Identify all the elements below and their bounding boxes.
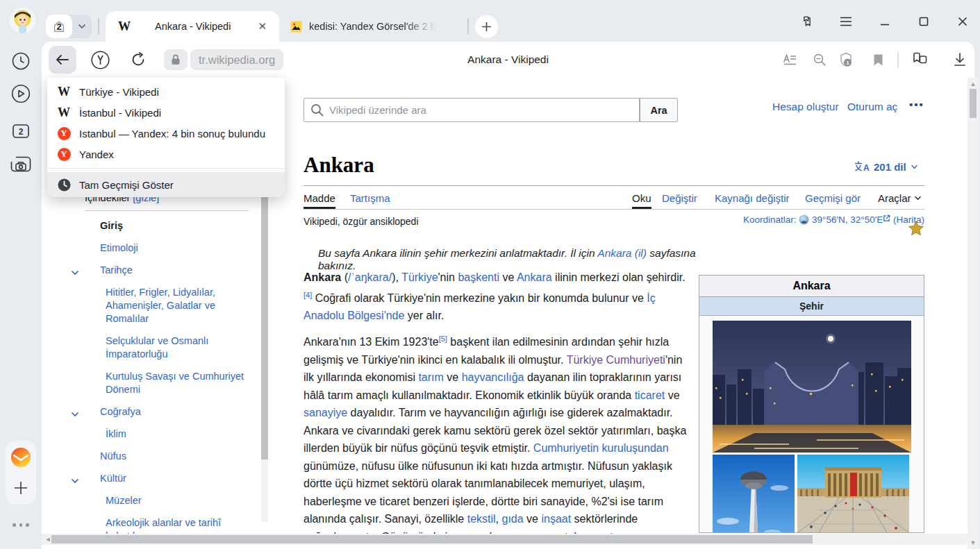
tabs-panel-button[interactable]: 2 (10, 120, 32, 142)
toc-scrollbar-thumb[interactable] (261, 190, 268, 459)
add-widget-button[interactable] (10, 477, 32, 499)
browser-window: 2 W Ankara - Vikipedi ✕ kedisi: Yandex G… (0, 0, 980, 549)
toolbar-separator (897, 52, 899, 67)
shield-badge-count: 1 (846, 60, 849, 66)
title-divider (304, 185, 924, 186)
left-sidebar: 2 (0, 42, 42, 549)
horizontal-scrollbar[interactable]: ◄ (42, 534, 968, 545)
scroll-up-arrow-icon[interactable]: ▲ (967, 81, 979, 87)
toc-divider (85, 210, 249, 211)
menu-hamburger-button[interactable] (838, 13, 854, 30)
history-item-yandex[interactable]: Y Yandex (47, 144, 285, 164)
infobox-type: Şehir (699, 297, 924, 316)
toc-item-hititler[interactable]: Hititler, Frigler, Lidyalılar, Ahamenişl… (85, 286, 255, 326)
wikipedia-favicon-icon: W (57, 105, 71, 119)
tab-close-icon[interactable]: ✕ (255, 19, 269, 34)
vertical-scrollbar[interactable]: ▲ ▼ (967, 78, 979, 549)
table-of-contents: İçindekiler [gizle] Giriş Etimoloji Tari… (85, 192, 272, 549)
address-bar[interactable]: tr.wikipedia.org (190, 49, 283, 70)
bookmark-page-button[interactable] (870, 51, 886, 68)
horizontal-scrollbar-thumb[interactable] (51, 535, 813, 543)
wikipedia-favicon-icon: W (118, 20, 131, 33)
tab-edit-source[interactable]: Kaynağı değiştir (715, 192, 790, 204)
toc-item-kultur[interactable]: Kültür (85, 472, 272, 485)
window-close-button[interactable] (954, 13, 971, 30)
coordinates-label[interactable]: Koordinatlar: (743, 214, 797, 225)
protect-shield-button[interactable]: 1 (838, 51, 854, 68)
history-item-turkiye[interactable]: W Türkiye - Vikipedi (47, 81, 285, 102)
svg-text:A: A (863, 163, 870, 173)
toc-scrollbar[interactable] (261, 190, 268, 522)
media-play-button[interactable] (10, 83, 32, 105)
history-button[interactable] (10, 50, 32, 72)
toc-item-giris[interactable]: Giriş (85, 219, 272, 233)
history-item-istanbul-wiki[interactable]: W İstanbul - Vikipedi (47, 102, 285, 123)
side-panel-bookmark-button[interactable] (799, 13, 815, 30)
chevron-down-icon[interactable] (71, 407, 79, 421)
tab-talk[interactable]: Tartışma (350, 192, 390, 204)
sidebar-apps-container (6, 441, 36, 505)
create-account-link[interactable]: Hesap oluştur (772, 101, 839, 113)
reader-mode-button[interactable] (781, 51, 798, 68)
url-text: tr.wikipedia.org (199, 53, 275, 67)
toc-item-cografya[interactable]: Coğrafya (85, 405, 272, 419)
window-maximize-button[interactable] (915, 13, 932, 30)
language-selector[interactable]: A 201 dil (854, 161, 918, 173)
site-security-lock-button[interactable] (164, 49, 188, 70)
tab-read[interactable]: Oku (632, 192, 651, 204)
new-tab-button[interactable] (475, 15, 498, 38)
wiki-search-box (304, 98, 640, 122)
toc-item-etimoloji[interactable]: Etimoloji (85, 242, 272, 255)
infobox-title: Ankara (699, 276, 924, 297)
sidebar-more-button[interactable] (13, 523, 29, 527)
search-icon (310, 103, 324, 119)
history-item-istanbul-yandex[interactable]: Y Istanbul — Yandex: 4 bin sonuç bulundu (47, 123, 285, 144)
search-button[interactable]: Ara (640, 98, 678, 122)
toc-item-tarihce[interactable]: Tarihçe (85, 264, 272, 277)
yandex-services-button[interactable] (90, 50, 110, 69)
toc-item-selcuklular[interactable]: Selçuklular ve Osmanlı İmparatorluğu (85, 335, 255, 361)
search-input[interactable] (304, 99, 639, 121)
languages-icon: A (854, 161, 870, 173)
coordinates-line: Koordinatlar: 39°56′N, 32°50′E (Harita) (472, 214, 924, 227)
toc-item-kurtulus[interactable]: Kurtuluş Savaşı ve Cumhuriyet Dönemi (85, 370, 255, 396)
tab-tools[interactable]: Araçlar (878, 192, 922, 204)
tab-counter-shape: 2 (46, 15, 72, 38)
yandex-mail-button[interactable] (10, 446, 32, 468)
tab-view-history[interactable]: Geçmişi gör (805, 192, 861, 204)
toc-item-iklim[interactable]: İklim (85, 428, 255, 441)
history-dropdown-menu: W Türkiye - Vikipedi W İstanbul - Vikipe… (47, 78, 285, 197)
atakule-tower-photo[interactable] (713, 455, 795, 533)
chevron-down-icon[interactable] (71, 474, 79, 487)
anitkabir-photo[interactable] (797, 455, 909, 533)
sign-in-link[interactable]: Oturum aç (847, 101, 897, 113)
chevron-down-icon[interactable] (71, 266, 79, 279)
tab-counter-button[interactable]: 2 (46, 15, 92, 38)
downloads-button[interactable] (952, 51, 968, 68)
ankara-night-skyline-photo[interactable] (713, 321, 911, 453)
toc-item-muzeler[interactable]: Müzeler (85, 494, 255, 507)
coordinates-value[interactable]: 39°56′N, 32°50′E (812, 214, 883, 225)
reload-button[interactable] (129, 51, 147, 69)
tab-ankara-vikipedi[interactable]: W Ankara - Vikipedi ✕ (106, 11, 279, 42)
more-options-icon[interactable]: ••• (909, 99, 924, 110)
tab-edit[interactable]: Değiştir (662, 192, 697, 204)
toolbar: tr.wikipedia.org Ankara - Vikipedi 1 (42, 42, 974, 78)
show-full-history-item[interactable]: Tam Geçmişi Göster (47, 172, 285, 197)
infobox-images (699, 316, 924, 533)
clock-icon (57, 178, 71, 192)
external-link-icon (883, 214, 890, 222)
window-minimize-button[interactable] (877, 13, 893, 30)
toc-item-nufus[interactable]: Nüfus (85, 450, 272, 463)
scroll-down-arrow-icon[interactable]: ▼ (967, 539, 979, 546)
titlebar: 2 W Ankara - Vikipedi ✕ kedisi: Yandex G… (0, 0, 980, 42)
collections-button[interactable] (911, 51, 928, 68)
screenshot-button[interactable] (10, 153, 32, 175)
back-button[interactable] (49, 46, 76, 74)
vertical-scrollbar-thumb[interactable] (970, 89, 977, 118)
tab-article[interactable]: Madde (304, 192, 335, 204)
tab-kedisi-yandex-gorsel[interactable]: kedisi: Yandex Görsel'de 2 b (283, 11, 465, 42)
zoom-out-button[interactable] (811, 51, 828, 68)
chevron-down-icon (914, 196, 922, 201)
profile-avatar[interactable] (10, 8, 35, 33)
